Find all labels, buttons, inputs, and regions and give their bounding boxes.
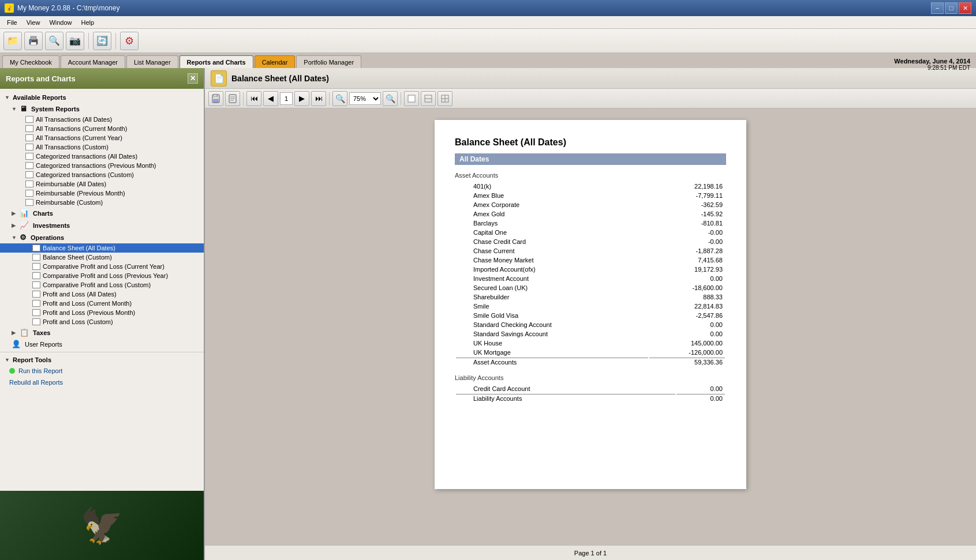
report-file-icon [25, 199, 33, 206]
user-reports-item[interactable]: 👤 User Reports [0, 339, 204, 349]
report-file-icon [32, 281, 40, 288]
tab-account-manager[interactable]: Account Manager [61, 55, 125, 68]
operations-header[interactable]: ▼ ⚙ Operations [0, 231, 204, 243]
export-report-button[interactable] [225, 91, 240, 106]
report-reimb-prev[interactable]: Reimbursable (Previous Month) [0, 189, 204, 198]
sidebar-collapse-button[interactable]: ✕ [188, 73, 198, 84]
account-name: Sharebuilder [456, 293, 648, 301]
settings-button[interactable]: ⚙ [120, 32, 139, 50]
report-file-icon [25, 162, 33, 169]
tab-reports-charts[interactable]: Reports and Charts [180, 55, 253, 68]
report-all-trans-all[interactable]: All Transactions (All Dates) [0, 115, 204, 124]
tab-bar: My Checkbook Account Manager List Manage… [0, 53, 976, 68]
report-file-icon [25, 144, 33, 151]
report-comp-pl-prev[interactable]: Comparative Profit and Loss (Previous Ye… [0, 271, 204, 280]
menu-view[interactable]: View [22, 18, 45, 27]
report-file-icon [25, 153, 33, 160]
svg-rect-5 [214, 99, 218, 102]
close-button[interactable]: ✕ [959, 2, 971, 14]
prev-page-button[interactable]: ◀ [263, 91, 278, 106]
search-button[interactable]: 🔍 [45, 32, 63, 50]
system-reports-label: System Reports [31, 106, 80, 112]
report-balance-sheet-all[interactable]: Balance Sheet (All Dates) [0, 243, 204, 253]
sidebar-header: Reports and Charts ✕ [0, 68, 204, 89]
report-comp-pl-current[interactable]: Comparative Profit and Loss (Current Yea… [0, 262, 204, 271]
open-button[interactable]: 📁 [3, 32, 22, 50]
report-all-trans-custom[interactable]: All Transactions (Custom) [0, 142, 204, 152]
last-page-button[interactable]: ⏭ [311, 91, 326, 106]
account-value: 0.00 [649, 275, 725, 283]
camera-button[interactable]: 📷 [66, 32, 84, 50]
tab-list-manager[interactable]: List Manager [126, 55, 178, 68]
report-cat-prev-month[interactable]: Categorized transactions (Previous Month… [0, 161, 204, 170]
report-content[interactable]: Balance Sheet (All Dates) All Dates Asse… [205, 108, 976, 545]
account-name: UK House [456, 339, 648, 347]
print-button[interactable] [24, 32, 43, 50]
svg-rect-7 [216, 95, 218, 96]
rtool-sep-1 [243, 92, 244, 105]
minimize-button[interactable]: − [931, 2, 944, 14]
page-number-display[interactable]: 1 [280, 92, 293, 105]
asset-account-row: UK House145,000.00 [456, 339, 725, 347]
report-tools-header[interactable]: ▼ Report Tools [0, 355, 204, 365]
zoom-select[interactable]: 50% 75% 100% 125% 150% [349, 92, 381, 105]
tab-calendar[interactable]: Calendar [255, 55, 296, 68]
report-cat-all[interactable]: Categorized transactions (All Dates) [0, 152, 204, 161]
save-report-button[interactable] [208, 91, 223, 106]
report-pl-custom[interactable]: Profit and Loss (Custom) [0, 317, 204, 326]
first-page-button[interactable]: ⏮ [246, 91, 261, 106]
zoom-out-button[interactable]: 🔍 [332, 91, 347, 106]
liability-total-value: 0.00 [676, 394, 725, 403]
account-name: UK Mortgage [456, 348, 648, 356]
report-all-trans-year[interactable]: All Transactions (Current Year) [0, 133, 204, 142]
account-value: -145.92 [649, 210, 725, 218]
maximize-button[interactable]: □ [945, 2, 958, 14]
investments-header[interactable]: ▶ 📈 Investments [0, 219, 204, 231]
sync-button[interactable]: 🔄 [93, 32, 111, 50]
report-date-header: All Dates [455, 153, 726, 165]
tab-checkbook[interactable]: My Checkbook [2, 55, 59, 68]
report-reimb-custom[interactable]: Reimbursable (Custom) [0, 198, 204, 207]
next-page-button[interactable]: ▶ [294, 91, 309, 106]
view-button-2[interactable] [421, 91, 436, 106]
menu-window[interactable]: Window [44, 18, 76, 27]
account-name: Barclays [456, 219, 648, 227]
menu-file[interactable]: File [2, 18, 22, 27]
liability-accounts-label: Liability Accounts [455, 374, 726, 381]
report-balance-sheet-custom[interactable]: Balance Sheet (Custom) [0, 253, 204, 262]
asset-total-value: 59,336.36 [649, 358, 725, 366]
report-comp-pl-custom[interactable]: Comparative Profit and Loss (Custom) [0, 280, 204, 290]
zoom-in-button[interactable]: 🔍 [383, 91, 398, 106]
report-file-icon [32, 291, 40, 298]
available-reports-header[interactable]: ▼ Available Reports [0, 92, 204, 103]
investments-label: Investments [33, 222, 70, 229]
menu-help[interactable]: Help [77, 18, 99, 27]
report-file-icon [32, 245, 40, 251]
tab-portfolio-manager[interactable]: Portfolio Manager [296, 55, 361, 68]
asset-account-row: Chase Current-1,887.28 [456, 247, 725, 255]
account-name: Standard Savings Account [456, 330, 648, 338]
account-name: Chase Current [456, 247, 648, 255]
rebuild-reports-button[interactable]: Rebuild all Reports [0, 377, 204, 388]
taxes-header[interactable]: ▶ 📋 Taxes [0, 326, 204, 339]
run-report-button[interactable]: Run this Report [0, 365, 204, 377]
view-button-1[interactable] [404, 91, 419, 106]
report-file-icon [25, 125, 33, 132]
view-button-3[interactable] [437, 91, 453, 106]
report-file-icon [32, 318, 40, 325]
charts-header[interactable]: ▶ 📊 Charts [0, 207, 204, 219]
account-name: Amex Corporate [456, 201, 648, 209]
toolbar-separator-1 [88, 33, 89, 49]
report-file-icon [25, 181, 33, 187]
report-cat-custom[interactable]: Categorized transactions (Custom) [0, 170, 204, 179]
asset-account-row: Amex Blue-7,799.11 [456, 191, 725, 200]
report-pl-current-month[interactable]: Profit and Loss (Current Month) [0, 299, 204, 308]
available-reports-label: Available Reports [13, 94, 66, 101]
report-reimb-all[interactable]: Reimbursable (All Dates) [0, 179, 204, 189]
expand-system-icon: ▼ [12, 106, 17, 112]
report-pl-prev-month[interactable]: Profit and Loss (Previous Month) [0, 308, 204, 317]
account-value: -810.81 [649, 219, 725, 227]
report-all-trans-month[interactable]: All Transactions (Current Month) [0, 124, 204, 133]
system-reports-header[interactable]: ▼ 🖥 System Reports [0, 103, 204, 115]
report-pl-all[interactable]: Profit and Loss (All Dates) [0, 290, 204, 299]
